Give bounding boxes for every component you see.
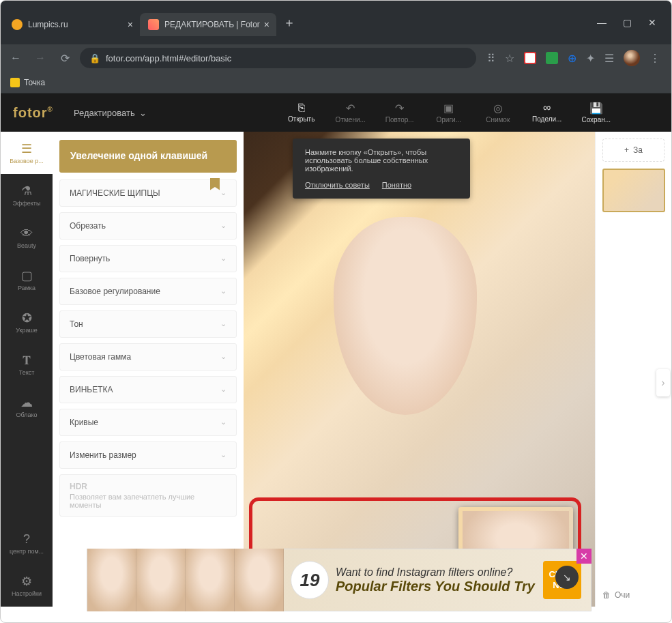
extension-green-icon[interactable] bbox=[546, 52, 558, 64]
action-original[interactable]: ▣Ориги... bbox=[430, 102, 467, 124]
ad-thumb bbox=[235, 549, 284, 611]
action-save[interactable]: 💾Сохран... bbox=[578, 102, 615, 124]
accordion-tone[interactable]: Тон⌄ bbox=[59, 310, 237, 338]
favicon-icon bbox=[148, 19, 159, 30]
chevron-down-icon: ⌄ bbox=[220, 188, 227, 197]
ad-thumb bbox=[87, 549, 136, 611]
star-icon[interactable]: ☆ bbox=[505, 52, 514, 65]
cloud-icon: ☁ bbox=[20, 395, 33, 410]
extension-blue-icon[interactable]: ⊕ bbox=[568, 52, 576, 65]
chevron-down-icon: ⌄ bbox=[139, 108, 147, 118]
right-panel: + За › 🗑 Очи bbox=[595, 132, 671, 607]
tab-title: РЕДАКТИРОВАТЬ | Fotor bbox=[164, 20, 260, 29]
tooltip-ok-link[interactable]: Понятно bbox=[382, 181, 411, 189]
rail-cloud[interactable]: ☁Облако bbox=[1, 386, 53, 428]
window-controls: — ▢ ✕ bbox=[597, 17, 669, 28]
forward-icon[interactable]: → bbox=[31, 52, 50, 64]
action-snapshot[interactable]: ◎Снимок bbox=[480, 102, 516, 124]
clear-button[interactable]: 🗑 Очи bbox=[602, 590, 664, 600]
reload-icon[interactable]: ⟳ bbox=[55, 52, 74, 65]
extension-adblock-icon[interactable] bbox=[524, 52, 536, 64]
sliders-icon: ☰ bbox=[21, 141, 32, 156]
chevron-down-icon: ⌄ bbox=[220, 287, 227, 295]
accordion-basic-adj[interactable]: Базовое регулирование⌄ bbox=[59, 278, 237, 305]
accordion-magic[interactable]: МАГИЧЕСКИЕ ЩИПЦЫ⌄ bbox=[59, 179, 237, 207]
translate-icon[interactable]: ⠿ bbox=[487, 52, 495, 65]
star-icon: ✪ bbox=[22, 310, 32, 325]
ad-close-button[interactable]: ✕ bbox=[576, 549, 591, 564]
add-image-button[interactable]: + За bbox=[602, 139, 664, 162]
gear-icon: ⚙ bbox=[21, 574, 32, 589]
maximize-icon[interactable]: ▢ bbox=[623, 17, 632, 28]
frame-icon: ▢ bbox=[21, 268, 33, 283]
extensions-icon[interactable]: ✦ bbox=[586, 52, 595, 65]
top-actions: ⎘Открыть ↶Отмени... ↷Повтор... ▣Ориги...… bbox=[283, 102, 615, 124]
app-header: fotor® Редактировать ⌄ ⎘Открыть ↶Отмени.… bbox=[1, 93, 671, 132]
app-body: ☰Базовое р... ⚗Эффекты 👁Beauty ▢Рамка ✪У… bbox=[1, 132, 671, 607]
browser-tab-active[interactable]: РЕДАКТИРОВАТЬ | Fotor × bbox=[140, 13, 276, 36]
close-icon[interactable]: × bbox=[264, 19, 269, 30]
chevron-right-icon[interactable]: › bbox=[656, 369, 670, 396]
chevron-down-icon: ⌄ bbox=[220, 254, 227, 263]
image-thumbnail[interactable] bbox=[602, 169, 665, 212]
rail-frame[interactable]: ▢Рамка bbox=[1, 259, 53, 301]
camera-icon: ◎ bbox=[493, 102, 503, 115]
options-panel: Увелечение одной клавишей МАГИЧЕСКИЕ ЩИП… bbox=[53, 132, 244, 607]
folder-icon bbox=[10, 78, 20, 87]
accordion-color[interactable]: Цветовая гамма⌄ bbox=[59, 343, 237, 371]
window-titlebar: Lumpics.ru × РЕДАКТИРОВАТЬ | Fotor × ＋ —… bbox=[1, 1, 671, 44]
action-share[interactable]: ∞Подели... bbox=[529, 102, 566, 124]
rail-help[interactable]: ?центр пом... bbox=[1, 522, 53, 564]
trash-icon: 🗑 bbox=[602, 590, 611, 600]
collapse-minimap-button[interactable]: ↘ bbox=[555, 566, 579, 589]
left-rail: ☰Базовое р... ⚗Эффекты 👁Beauty ▢Рамка ✪У… bbox=[1, 132, 53, 607]
accordion-resize[interactable]: Изменить размер⌄ bbox=[59, 441, 237, 469]
rail-basic[interactable]: ☰Базовое р... bbox=[1, 132, 53, 174]
bookmark-item[interactable]: Точка bbox=[10, 78, 45, 87]
rail-decor[interactable]: ✪Украше bbox=[1, 301, 53, 343]
text-icon: 𝐓 bbox=[23, 353, 31, 368]
address-bar[interactable]: 🔒 fotor.com/app.html#/editor/basic bbox=[80, 48, 476, 68]
chevron-down-icon: ⌄ bbox=[220, 385, 227, 394]
one-tap-enhance[interactable]: Увелечение одной клавишей bbox=[59, 140, 237, 173]
action-open[interactable]: ⎘Открыть bbox=[283, 102, 320, 124]
rail-beauty[interactable]: 👁Beauty bbox=[1, 216, 53, 259]
edit-dropdown[interactable]: Редактировать ⌄ bbox=[74, 108, 147, 118]
fotor-logo[interactable]: fotor® bbox=[13, 105, 53, 121]
action-redo[interactable]: ↷Повтор... bbox=[381, 102, 418, 124]
chevron-down-icon: ⌄ bbox=[220, 352, 227, 361]
tab-title: Lumpics.ru bbox=[28, 20, 68, 29]
accordion-hdr[interactable]: HDR Позволяет вам запечатлеть лучшие мом… bbox=[59, 474, 237, 517]
tooltip-text: Нажмите кнопку «Открыть», чтобы использо… bbox=[305, 148, 458, 173]
edit-label: Редактировать bbox=[74, 108, 135, 118]
eye-icon: 👁 bbox=[20, 227, 33, 241]
canvas-area[interactable]: Нажмите кнопку «Открыть», чтобы использо… bbox=[244, 132, 595, 607]
chevron-down-icon: ⌄ bbox=[220, 418, 227, 426]
ad-banner[interactable]: 19 Want to find Instagram filters online… bbox=[87, 549, 591, 611]
rail-effects[interactable]: ⚗Эффекты bbox=[1, 174, 53, 216]
help-icon: ? bbox=[23, 532, 30, 547]
accordion-vignette[interactable]: ВИНЬЕТКА⌄ bbox=[59, 376, 237, 403]
rail-text[interactable]: 𝐓Текст bbox=[1, 343, 53, 386]
action-undo[interactable]: ↶Отмени... bbox=[332, 102, 369, 124]
undo-icon: ↶ bbox=[346, 102, 355, 115]
accordion-crop[interactable]: Обрезать⌄ bbox=[59, 212, 237, 240]
rail-settings[interactable]: ⚙Настройки bbox=[1, 564, 53, 607]
tooltip-disable-link[interactable]: Отключить советы bbox=[305, 181, 370, 189]
close-icon[interactable]: × bbox=[128, 19, 133, 30]
ad-number: 19 bbox=[291, 561, 329, 599]
flask-icon: ⚗ bbox=[21, 184, 32, 199]
menu-icon[interactable]: ⋮ bbox=[649, 52, 660, 65]
open-icon: ⎘ bbox=[298, 102, 305, 114]
close-window-icon[interactable]: ✕ bbox=[648, 17, 656, 28]
profile-avatar[interactable] bbox=[624, 50, 640, 66]
minimize-icon[interactable]: — bbox=[597, 17, 607, 28]
accordion-curves[interactable]: Кривые⌄ bbox=[59, 409, 237, 436]
new-tab-button[interactable]: ＋ bbox=[283, 14, 295, 31]
ad-thumb bbox=[186, 549, 235, 611]
accordion-rotate[interactable]: Повернуть⌄ bbox=[59, 245, 237, 272]
bookmarks-bar: Точка bbox=[1, 72, 671, 93]
back-icon[interactable]: ← bbox=[6, 52, 25, 64]
browser-tab[interactable]: Lumpics.ru × bbox=[3, 13, 140, 36]
reading-list-icon[interactable]: ☰ bbox=[604, 52, 614, 65]
